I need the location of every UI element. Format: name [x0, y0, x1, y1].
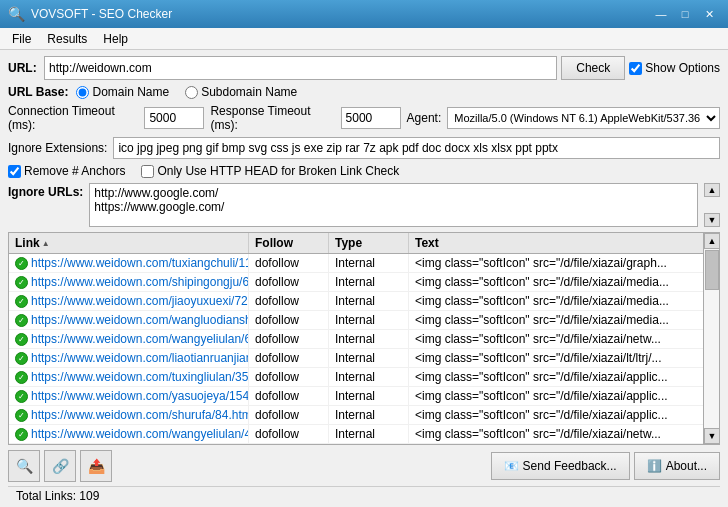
url-input[interactable] — [44, 56, 557, 80]
response-timeout-input[interactable] — [341, 107, 401, 129]
td-type: Internal — [329, 292, 409, 310]
menu-help[interactable]: Help — [95, 28, 136, 49]
info-icon: ℹ️ — [647, 459, 662, 473]
bottom-toolbar: 🔍 🔗 📤 📧 Send Feedback... ℹ️ About... — [8, 450, 720, 482]
table-row[interactable]: https://www.weidown.com/liaotianruanjian… — [9, 349, 703, 368]
connection-timeout-label: Connection Timeout (ms): — [8, 104, 138, 132]
radio-domain-input[interactable] — [76, 86, 89, 99]
scroll-up-button[interactable]: ▲ — [704, 183, 720, 197]
check-button[interactable]: Check — [561, 56, 625, 80]
status-icon — [15, 409, 28, 422]
radio-domain-name[interactable]: Domain Name — [76, 85, 169, 99]
connection-timeout-input[interactable] — [144, 107, 204, 129]
http-head-checkbox-label[interactable]: Only Use HTTP HEAD for Broken Link Check — [141, 164, 399, 178]
show-options-wrapper: Show Options — [629, 61, 720, 75]
agent-select[interactable]: Mozilla/5.0 (Windows NT 6.1) AppleWebKit… — [447, 107, 720, 129]
td-text: <img class="softIcon" src="/d/file/xiaza… — [409, 254, 703, 272]
link-text: https://www.weidown.com/shurufa/84.html — [31, 408, 249, 422]
table-row[interactable]: https://www.weidown.com/wangyeliulan/43.… — [9, 425, 703, 444]
table-row[interactable]: https://www.weidown.com/wangluodianshi/.… — [9, 311, 703, 330]
ignore-urls-row: Ignore URLs: http://www.google.com/ http… — [8, 183, 720, 227]
td-link[interactable]: https://www.weidown.com/yasuojeya/1542..… — [9, 387, 249, 405]
send-feedback-button[interactable]: 📧 Send Feedback... — [491, 452, 630, 480]
scroll-down-button[interactable]: ▼ — [704, 213, 720, 227]
link-text: https://www.weidown.com/wangyeliulan/65.… — [31, 332, 249, 346]
ignore-urls-scrollbar: ▲ ▼ — [704, 183, 720, 227]
export-button[interactable]: 📤 — [80, 450, 112, 482]
status-icon — [15, 371, 28, 384]
status-bar: Total Links: 109 — [8, 486, 720, 505]
td-text: <img class="softIcon" src="/d/file/xiaza… — [409, 330, 703, 348]
urlbase-label: URL Base: — [8, 85, 68, 99]
maximize-button[interactable]: □ — [674, 4, 696, 24]
about-button[interactable]: ℹ️ About... — [634, 452, 720, 480]
table-row[interactable]: https://www.weidown.com/jiaoyuxuexi/722.… — [9, 292, 703, 311]
table-row[interactable]: https://www.weidown.com/yasuojeya/1542..… — [9, 387, 703, 406]
th-follow-label: Follow — [255, 236, 293, 250]
remove-anchors-checkbox-label[interactable]: Remove # Anchors — [8, 164, 125, 178]
td-follow: dofollow — [249, 311, 329, 329]
title-bar-buttons: — □ ✕ — [650, 4, 720, 24]
link-button[interactable]: 🔗 — [44, 450, 76, 482]
td-link[interactable]: https://www.weidown.com/shipingongju/69.… — [9, 273, 249, 291]
menu-file[interactable]: File — [4, 28, 39, 49]
status-icon — [15, 295, 28, 308]
minimize-button[interactable]: — — [650, 4, 672, 24]
td-link[interactable]: https://www.weidown.com/wangyeliulan/65.… — [9, 330, 249, 348]
table-row[interactable]: https://www.weidown.com/shipingongju/69.… — [9, 273, 703, 292]
td-link[interactable]: https://www.weidown.com/wangluodianshi/.… — [9, 311, 249, 329]
td-link[interactable]: https://www.weidown.com/tuxiangchuli/110… — [9, 254, 249, 272]
th-link[interactable]: Link ▲ — [9, 233, 249, 253]
td-text: <img class="softIcon" src="/d/file/xiaza… — [409, 406, 703, 424]
ext-input[interactable] — [113, 137, 720, 159]
remove-anchors-checkbox[interactable] — [8, 165, 21, 178]
td-link[interactable]: https://www.weidown.com/tuxingliulan/35.… — [9, 368, 249, 386]
search-button[interactable]: 🔍 — [8, 450, 40, 482]
ignore-urls-textarea[interactable]: http://www.google.com/ https://www.googl… — [89, 183, 698, 227]
td-type: Internal — [329, 387, 409, 405]
td-link[interactable]: https://www.weidown.com/liaotianruanjian… — [9, 349, 249, 367]
table-header: Link ▲ Follow Type Text — [9, 233, 703, 254]
main-content: URL: Check Show Options URL Base: Domain… — [0, 50, 728, 507]
scroll-thumb[interactable] — [705, 250, 719, 290]
td-type: Internal — [329, 349, 409, 367]
about-label: About... — [666, 459, 707, 473]
table-row[interactable]: https://www.weidown.com/tuxingliulan/35.… — [9, 368, 703, 387]
status-icon — [15, 257, 28, 270]
td-follow: dofollow — [249, 292, 329, 310]
td-link[interactable]: https://www.weidown.com/shurufa/84.html — [9, 406, 249, 424]
link-text: https://www.weidown.com/jiaoyuxuexi/722.… — [31, 294, 249, 308]
show-options-checkbox[interactable] — [629, 62, 642, 75]
status-icon — [15, 428, 28, 441]
close-button[interactable]: ✕ — [698, 4, 720, 24]
table-row[interactable]: https://www.weidown.com/tuxiangchuli/110… — [9, 254, 703, 273]
td-follow: dofollow — [249, 273, 329, 291]
radio-subdomain-name[interactable]: Subdomain Name — [185, 85, 297, 99]
td-text: <img class="softIcon" src="/d/file/xiaza… — [409, 311, 703, 329]
th-follow[interactable]: Follow — [249, 233, 329, 253]
th-type[interactable]: Type — [329, 233, 409, 253]
table-body: https://www.weidown.com/tuxiangchuli/110… — [9, 254, 703, 444]
td-follow: dofollow — [249, 368, 329, 386]
td-follow: dofollow — [249, 425, 329, 443]
radio-subdomain-input[interactable] — [185, 86, 198, 99]
http-head-checkbox[interactable] — [141, 165, 154, 178]
th-text[interactable]: Text — [409, 233, 687, 253]
menu-results[interactable]: Results — [39, 28, 95, 49]
td-link[interactable]: https://www.weidown.com/jiaoyuxuexi/722.… — [9, 292, 249, 310]
table-scroll-down[interactable]: ▼ — [704, 428, 720, 444]
td-text: <img class="softIcon" src="/d/file/xiaza… — [409, 349, 703, 367]
ext-row: Ignore Extensions: — [8, 137, 720, 159]
table-row[interactable]: https://www.weidown.com/shurufa/84.htmld… — [9, 406, 703, 425]
table-scroll-up[interactable]: ▲ — [704, 233, 720, 249]
td-follow: dofollow — [249, 349, 329, 367]
url-row: URL: Check Show Options — [8, 56, 720, 80]
td-follow: dofollow — [249, 254, 329, 272]
td-type: Internal — [329, 311, 409, 329]
link-text: https://www.weidown.com/wangyeliulan/43.… — [31, 427, 249, 441]
td-link[interactable]: https://www.weidown.com/wangyeliulan/43.… — [9, 425, 249, 443]
radio-domain-label: Domain Name — [92, 85, 169, 99]
status-icon — [15, 352, 28, 365]
table-row[interactable]: https://www.weidown.com/wangyeliulan/65.… — [9, 330, 703, 349]
sort-arrow-link: ▲ — [42, 239, 50, 248]
